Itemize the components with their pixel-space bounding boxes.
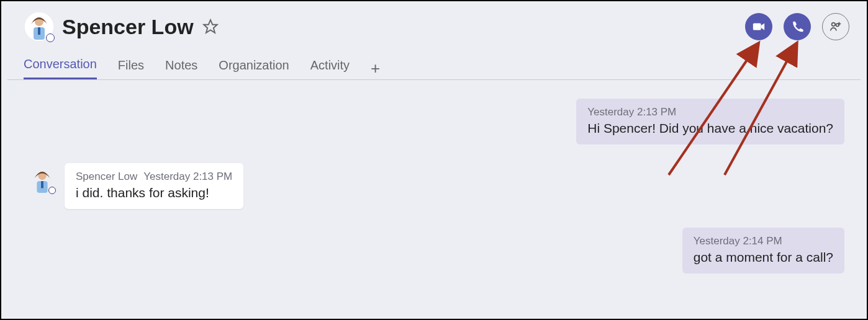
message-row: Spencer LowYesterday 2:13 PM i did. than… xyxy=(29,163,844,209)
chat-header: Spencer Low xyxy=(1,1,867,41)
svg-rect-3 xyxy=(38,27,40,35)
svg-rect-14 xyxy=(41,181,43,188)
message-body: Hi Spencer! Did you have a nice vacation… xyxy=(587,121,833,136)
header-actions xyxy=(745,13,849,40)
tab-activity[interactable]: Activity xyxy=(310,58,350,79)
svg-rect-5 xyxy=(753,24,761,30)
add-tab-button[interactable]: + xyxy=(371,60,380,76)
favorite-star-button[interactable] xyxy=(202,19,219,35)
message-timestamp: Yesterday 2:13 PM xyxy=(143,171,232,182)
message-row: Yesterday 2:14 PM got a moment for a cal… xyxy=(29,228,844,273)
presence-indicator xyxy=(46,33,55,42)
message-timestamp: Yesterday 2:14 PM xyxy=(694,235,833,247)
tab-files[interactable]: Files xyxy=(118,58,144,79)
contact-name: Spencer Low xyxy=(62,15,194,39)
message-timestamp: Yesterday 2:13 PM xyxy=(587,106,833,118)
message-body: got a moment for a call? xyxy=(694,250,833,265)
add-people-button[interactable] xyxy=(822,13,849,40)
message-sender: Spencer Low xyxy=(76,171,137,182)
tab-conversation[interactable]: Conversation xyxy=(24,57,97,79)
received-message-bubble[interactable]: Spencer LowYesterday 2:13 PM i did. than… xyxy=(65,163,243,209)
svg-point-7 xyxy=(832,23,836,27)
audio-call-button[interactable] xyxy=(784,13,811,40)
tab-notes[interactable]: Notes xyxy=(165,58,197,79)
presence-indicator xyxy=(48,187,56,194)
svg-marker-4 xyxy=(204,20,217,33)
sent-message-bubble[interactable]: Yesterday 2:14 PM got a moment for a cal… xyxy=(682,228,844,273)
sender-avatar[interactable] xyxy=(29,167,56,194)
sent-message-bubble[interactable]: Yesterday 2:13 PM Hi Spencer! Did you ha… xyxy=(576,99,844,144)
tab-organization[interactable]: Organization xyxy=(219,58,289,79)
video-call-button[interactable] xyxy=(745,13,772,40)
tab-bar: Conversation Files Notes Organization Ac… xyxy=(1,41,867,79)
chat-area: Yesterday 2:13 PM Hi Spencer! Did you ha… xyxy=(1,80,867,273)
contact-avatar[interactable] xyxy=(25,12,53,41)
message-meta: Spencer LowYesterday 2:13 PM xyxy=(76,171,232,183)
message-row: Yesterday 2:13 PM Hi Spencer! Did you ha… xyxy=(29,99,844,144)
message-body: i did. thanks for asking! xyxy=(76,185,232,200)
svg-marker-6 xyxy=(761,24,765,30)
